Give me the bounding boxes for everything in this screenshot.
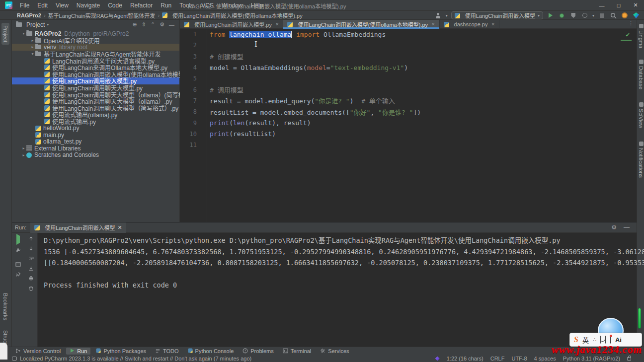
hide-panel-icon[interactable]: — <box>169 22 174 28</box>
code-line[interactable]: 9print(len(result), result) <box>180 117 637 128</box>
coverage-button[interactable] <box>569 11 577 19</box>
chevron-down-icon[interactable]: ▾ <box>47 22 49 27</box>
menu-file[interactable]: File <box>16 1 33 10</box>
locate-file-icon[interactable]: ⊕ <box>132 21 137 28</box>
tab-overflow-icon[interactable]: ⋮ <box>628 20 637 28</box>
code-line[interactable]: 11 <box>180 140 637 150</box>
close-icon[interactable]: ✕ <box>275 22 279 27</box>
tree-item[interactable]: helloWorld.py <box>12 125 179 132</box>
python-interpreter[interactable]: Python 3.11 (RAGPro2) <box>563 356 620 362</box>
maximize-button[interactable]: □ <box>610 0 627 10</box>
user-profile-icon[interactable] <box>434 11 442 19</box>
tool-window-button-version-control[interactable]: Version Control <box>12 348 64 355</box>
close-icon[interactable]: ✕ <box>431 22 435 27</box>
tree-item[interactable]: main.py <box>12 132 179 139</box>
menu-edit[interactable]: Edit <box>34 1 51 10</box>
editor-tab[interactable]: 使用LangChain调用嵌入模型.py✕ <box>180 20 283 29</box>
tree-item[interactable]: ▸Scratches and Consoles <box>12 152 179 159</box>
close-icon[interactable]: ✕ <box>117 224 122 231</box>
run-tab[interactable]: 使用LangChain调用嵌入模型 ✕ <box>30 222 126 233</box>
code-line[interactable]: 5 <box>180 73 637 84</box>
line-ending[interactable]: CRLF <box>490 356 505 362</box>
collapse-all-icon[interactable]: ⌃ <box>151 21 155 28</box>
ai-gem-icon[interactable] <box>632 11 640 19</box>
editor-tab[interactable]: 使用LangChain调用嵌入模型(使用ollama本地模型).py✕ <box>283 20 439 29</box>
ime-language-mode[interactable]: 英 <box>582 335 589 345</box>
sidebar-item-project[interactable]: Project <box>1 23 9 45</box>
status-message[interactable]: Localized PyCharm 2023.1.3 is available … <box>20 356 251 362</box>
up-stacktrace-icon[interactable] <box>28 236 34 241</box>
code-line[interactable]: 8resultList = model.embed_documents(["你好… <box>180 106 637 117</box>
expand-all-icon[interactable]: ⇳ <box>142 21 146 28</box>
menu-view[interactable]: View <box>52 1 72 10</box>
tool-window-button-python-console[interactable]: Python Console <box>184 348 238 355</box>
debug-button[interactable] <box>558 11 566 19</box>
editor-tab[interactable]: dashscope.py✕ <box>440 20 499 29</box>
sidebar-item-notifications[interactable]: Notifications <box>638 142 644 178</box>
sogou-logo-icon[interactable]: S <box>574 335 578 344</box>
scroll-to-end-icon[interactable] <box>28 266 34 271</box>
gear-icon[interactable]: ⚙ <box>160 21 164 28</box>
lock-icon[interactable] <box>627 357 631 361</box>
run-config-selector[interactable]: 使用LangChain调用嵌入模型 ▾ <box>451 11 543 19</box>
menu-refactor[interactable]: Refactor <box>127 1 156 10</box>
close-button[interactable]: ✕ <box>627 0 644 10</box>
inspection-ok-icon[interactable]: ✔ <box>626 31 630 38</box>
code-line[interactable]: 4model = OllamaEmbeddings(model="text-em… <box>180 62 637 73</box>
close-icon[interactable]: ✕ <box>491 22 495 27</box>
down-stacktrace-icon[interactable] <box>28 246 34 251</box>
code-line[interactable]: 3# 创建模型 <box>180 51 637 62</box>
notification-icon[interactable] <box>12 357 17 361</box>
profiler-button[interactable] <box>581 11 589 19</box>
code-line[interactable]: 6# 调用模型 <box>180 84 637 95</box>
print-icon[interactable] <box>28 276 34 281</box>
tree-item[interactable]: ollama_test.py <box>12 139 179 145</box>
tool-window-button-terminal[interactable]: Terminal <box>279 348 315 355</box>
tool-window-button-todo[interactable]: TODO <box>152 348 182 355</box>
indent-setting[interactable]: 4 spaces <box>534 356 556 362</box>
tree-item[interactable]: 使用流式输出.py <box>12 118 179 125</box>
minimize-button[interactable]: — <box>593 0 610 10</box>
caret-position[interactable]: 1:22 (16 chars) <box>447 356 483 362</box>
ai-assistant-icon[interactable] <box>435 357 440 361</box>
pin-icon[interactable] <box>15 272 21 277</box>
ime-tools-icon[interactable]: ∴ <box>593 337 596 343</box>
microphone-icon[interactable] <box>600 336 601 343</box>
tree-item[interactable]: ▸External Libraries <box>12 145 179 152</box>
menu-run[interactable]: Run <box>157 1 175 10</box>
modify-run-config-icon[interactable] <box>15 247 21 253</box>
file-encoding[interactable]: UTF-8 <box>511 356 527 362</box>
tool-window-button-problems[interactable]: Problems <box>239 348 277 355</box>
stop-button[interactable] <box>598 11 606 19</box>
sidebar-item-lingma[interactable]: Lingma <box>638 24 644 48</box>
soft-wrap-icon[interactable] <box>28 256 34 261</box>
breadcrumb-item[interactable]: RAGPro2 <box>17 12 41 18</box>
clear-console-icon[interactable] <box>28 286 34 291</box>
tree-item[interactable]: ▸OpenAI库介绍和使用 <box>12 37 179 44</box>
rerun-button[interactable] <box>16 236 20 243</box>
hide-panel-icon[interactable]: — <box>624 224 630 231</box>
menu-code[interactable]: Code <box>104 1 126 10</box>
promo-badge-icon[interactable] <box>621 11 629 19</box>
tool-window-button-python-packages[interactable]: Python Packages <box>92 348 150 355</box>
menu-navigate[interactable]: Navigate <box>73 1 103 10</box>
search-everywhere-icon[interactable] <box>609 11 617 19</box>
clipboard-icon[interactable] <box>610 336 611 343</box>
run-button[interactable] <box>547 11 555 19</box>
sidebar-item-sciview[interactable]: SciView <box>638 102 644 128</box>
breadcrumb-item[interactable]: 基于LangChain实现RAG与Agent智能体开发 <box>48 11 156 19</box>
code-line[interactable]: 10print(resultList) <box>180 129 637 140</box>
code-editor[interactable]: 1from langchain_ollama import OllamaEmbe… <box>180 29 637 222</box>
sidebar-item-bookmarks[interactable]: Bookmarks <box>2 293 8 320</box>
ime-ai-button[interactable]: Ai <box>615 336 622 344</box>
tool-window-button-services[interactable]: Services <box>317 348 352 355</box>
breadcrumb-item[interactable]: 使用LangChain调用嵌入模型(使用ollama本地模型).py <box>172 11 303 19</box>
sidebar-item-database[interactable]: Database <box>638 60 644 89</box>
code-line[interactable]: 2 <box>180 40 637 51</box>
keyboard-icon[interactable] <box>605 336 606 343</box>
code-line[interactable]: 7result = model.embed_query("你是谁? ") # 单… <box>180 95 637 106</box>
code-line[interactable]: 1from langchain_ollama import OllamaEmbe… <box>180 29 637 40</box>
tool-window-button-run[interactable]: Run <box>66 348 90 355</box>
console-output[interactable]: D:\python_pro\RAGPro2\venv\Scripts\pytho… <box>44 235 633 291</box>
gear-icon[interactable]: ⚙ <box>611 224 617 231</box>
